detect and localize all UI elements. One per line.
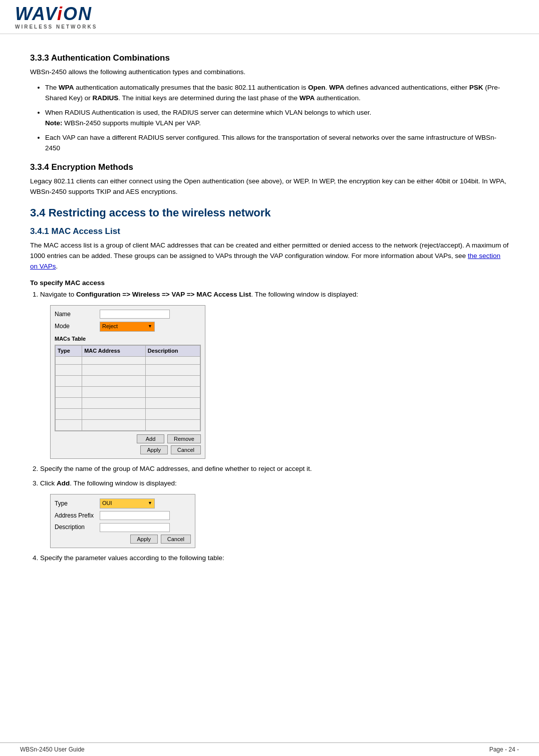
logo-i: i [57, 4, 63, 24]
section-3-3-3-bullets: The WPA authentication automatically pre… [45, 83, 509, 154]
step-2: Specify the name of the group of MAC add… [40, 464, 509, 474]
cancel-button-2[interactable]: Cancel [161, 535, 191, 544]
bullet-2: When RADIUS Authentication is used, the … [45, 108, 509, 129]
type-select[interactable]: OUI [100, 498, 155, 509]
macs-table-body [56, 356, 200, 430]
vap-section-link[interactable]: the section on VAPs [30, 252, 500, 270]
footer-left: WBSn-2450 User Guide [20, 746, 85, 753]
bold-wpa-2: WPA [329, 84, 345, 91]
table-row [56, 364, 200, 375]
type-label: Type [55, 499, 100, 509]
table-row [56, 408, 200, 419]
header: WAViON WIRELESS NETWORKS [0, 0, 539, 34]
apply-cancel-buttons: Apply Cancel [55, 445, 201, 454]
cancel-button[interactable]: Cancel [171, 445, 201, 454]
bold-psk: PSK [469, 84, 483, 91]
name-row: Name [55, 310, 201, 319]
name-input[interactable] [100, 310, 170, 319]
section-3-3-4-para: Legacy 802.11 clients can either connect… [30, 176, 509, 197]
type-row: Type OUI [55, 498, 191, 509]
section-3-3-4-heading: 3.3.4 Encryption Methods [30, 162, 509, 172]
step-3: Click Add. The following window is displ… [40, 478, 509, 548]
macs-table: Type MAC Address Description [55, 345, 200, 431]
apply-cancel-buttons-2: Apply Cancel [55, 535, 191, 544]
mac-access-list-window: Name Mode Reject MACs Table [50, 305, 205, 459]
col-type: Type [56, 345, 82, 356]
bold-radius-1: RADIUS [93, 94, 119, 102]
table-row [56, 419, 200, 430]
mode-label: Mode [55, 322, 100, 331]
apply-button-2[interactable]: Apply [130, 535, 158, 544]
bullet-3: Each VAP can have a different RADIUS ser… [45, 133, 509, 154]
section-3-3-3-heading: 3.3.3 Authentication Combinations [30, 53, 509, 63]
remove-button[interactable]: Remove [167, 434, 201, 443]
table-row [56, 397, 200, 408]
add-mac-window: Type OUI Address Prefix Description [50, 494, 195, 548]
mac-access-steps: Navigate to Configuration => Wireless =>… [40, 290, 509, 564]
apply-button[interactable]: Apply [140, 445, 168, 454]
description-row: Description [55, 523, 191, 532]
logo-on: ON [63, 4, 92, 24]
bold-wpa-1: WPA [59, 84, 74, 91]
description-input[interactable] [100, 523, 170, 532]
logo-subtitle: WIRELESS NETWORKS [15, 24, 97, 30]
add-remove-buttons: Add Remove [55, 434, 201, 443]
address-prefix-label: Address Prefix [55, 511, 100, 521]
page-container: WAViON WIRELESS NETWORKS 3.3.3 Authentic… [0, 0, 539, 756]
section-3-3-3-intro: WBSn-2450 allows the following authentic… [30, 67, 509, 78]
name-label: Name [55, 310, 100, 319]
table-row [56, 375, 200, 386]
address-prefix-row: Address Prefix [55, 511, 191, 521]
bold-wpa-3: WPA [300, 94, 315, 102]
main-content: 3.3.3 Authentication Combinations WBSn-2… [0, 34, 539, 579]
section-3-4-1-para: The MAC access list is a group of client… [30, 240, 509, 272]
add-button[interactable]: Add [137, 434, 164, 443]
macs-table-label: MACs Table [55, 335, 201, 343]
macs-table-container: Type MAC Address Description [55, 345, 201, 431]
table-row [56, 386, 200, 397]
col-description: Description [145, 345, 200, 356]
logo-wav: WAV [15, 4, 57, 24]
table-row [56, 356, 200, 364]
step-1-bold: Configuration => Wireless => VAP => MAC … [76, 291, 251, 298]
section-3-4-heading: 3.4 Restricting access to the wireless n… [30, 206, 509, 219]
address-prefix-input[interactable] [100, 511, 170, 520]
note-label: Note: [45, 119, 63, 127]
mode-row: Mode Reject [55, 322, 201, 332]
footer: WBSn-2450 User Guide Page - 24 - [0, 742, 539, 756]
logo-wavion: WAViON [15, 5, 92, 23]
step-4: Specify the parameter values according t… [40, 553, 509, 564]
bullet-1: The WPA authentication automatically pre… [45, 83, 509, 104]
to-specify-mac-access-heading: To specify MAC access [30, 279, 509, 287]
bold-open: Open [308, 84, 326, 91]
mode-select[interactable]: Reject [100, 322, 155, 332]
logo-area: WAViON WIRELESS NETWORKS [15, 5, 97, 30]
col-mac-address: MAC Address [82, 345, 146, 356]
step-1: Navigate to Configuration => Wireless =>… [40, 290, 509, 459]
section-3-4-1-heading: 3.4.1 MAC Access List [30, 226, 509, 236]
table-header-row: Type MAC Address Description [56, 345, 200, 356]
footer-right: Page - 24 - [489, 746, 519, 753]
description-label: Description [55, 523, 100, 532]
add-bold: Add [57, 479, 70, 487]
